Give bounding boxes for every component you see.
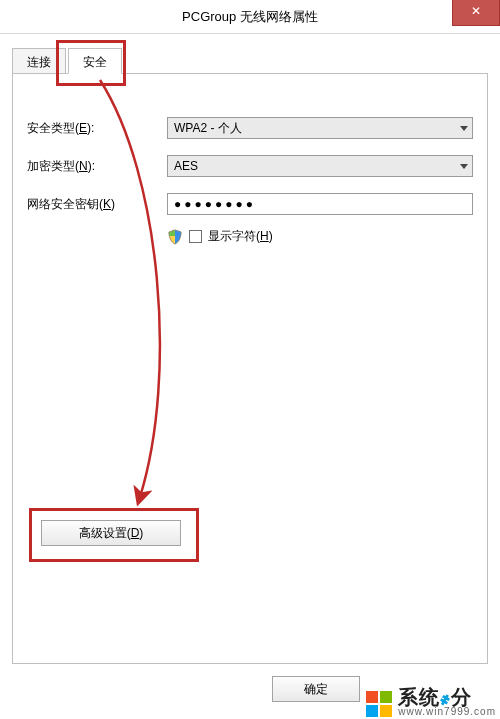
security-type-select[interactable]: WPA2 - 个人 bbox=[167, 117, 473, 139]
row-network-key: 网络安全密钥(K) ●●●●●●●● bbox=[27, 192, 473, 216]
client-area: 连接 安全 安全类型(E): WPA2 - 个人 加密类型(N): AES bbox=[0, 34, 500, 719]
close-button[interactable]: ✕ bbox=[452, 0, 500, 26]
network-key-label: 网络安全密钥(K) bbox=[27, 196, 167, 213]
row-security-type: 安全类型(E): WPA2 - 个人 bbox=[27, 116, 473, 140]
ok-button-label: 确定 bbox=[304, 682, 328, 696]
advanced-button-label: 高级设置(D) bbox=[79, 526, 144, 540]
encryption-type-value: AES bbox=[174, 159, 198, 173]
row-encryption-type: 加密类型(N): AES bbox=[27, 154, 473, 178]
advanced-settings-button[interactable]: 高级设置(D) bbox=[41, 520, 181, 546]
tab-page-security: 安全类型(E): WPA2 - 个人 加密类型(N): AES 网络安全密钥(K… bbox=[12, 73, 488, 664]
security-type-label: 安全类型(E): bbox=[27, 120, 167, 137]
footer: 确定 bbox=[0, 664, 500, 719]
title-bar: PCGroup 无线网络属性 ✕ bbox=[0, 0, 500, 34]
tab-connect-label: 连接 bbox=[27, 55, 51, 69]
encryption-type-select[interactable]: AES bbox=[167, 155, 473, 177]
network-key-input[interactable]: ●●●●●●●● bbox=[167, 193, 473, 215]
chevron-down-icon bbox=[460, 126, 468, 131]
security-type-value: WPA2 - 个人 bbox=[174, 121, 242, 135]
window-title: PCGroup 无线网络属性 bbox=[0, 0, 500, 34]
encryption-type-label: 加密类型(N): bbox=[27, 158, 167, 175]
shield-icon bbox=[167, 229, 183, 245]
tab-security-label: 安全 bbox=[83, 55, 107, 69]
tab-strip: 连接 安全 bbox=[12, 48, 121, 74]
row-show-characters: 显示字符(H) bbox=[167, 228, 473, 245]
close-icon: ✕ bbox=[471, 4, 481, 18]
ok-button[interactable]: 确定 bbox=[272, 676, 360, 702]
tab-connect[interactable]: 连接 bbox=[12, 48, 66, 74]
chevron-down-icon bbox=[460, 164, 468, 169]
tab-security[interactable]: 安全 bbox=[68, 48, 122, 74]
network-key-value: ●●●●●●●● bbox=[174, 197, 256, 211]
show-characters-label: 显示字符(H) bbox=[208, 228, 273, 245]
show-characters-checkbox[interactable] bbox=[189, 230, 202, 243]
